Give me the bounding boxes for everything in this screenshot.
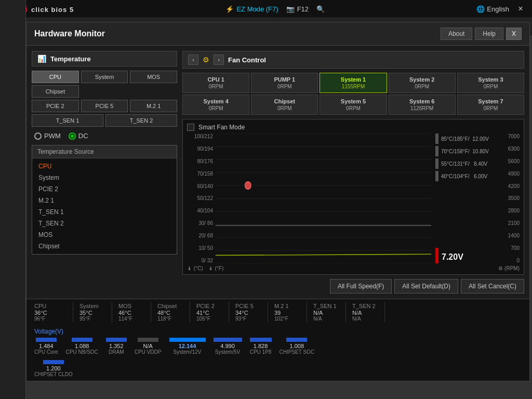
fan-chart: Smart Fan Mode 100/212 90/194 80/176 70/… <box>182 119 524 275</box>
temperature-source-box: Temperature Source CPU System PCIE 2 M.2… <box>32 145 177 255</box>
temperature-section-header: 📊 Temperature <box>32 51 177 66</box>
voltage-chipset-soc: 1.008 CHIPSET SOC <box>280 338 315 355</box>
help-button[interactable]: Help <box>475 28 503 40</box>
chart-temp-volt-3: 55°C/131°F/ 8.40V <box>435 158 499 169</box>
temp-source-item-pcie2[interactable]: PCIE 2 <box>32 183 177 195</box>
search-button[interactable]: 🔍 <box>316 5 325 13</box>
temperature-section-title: Temperature <box>50 55 91 63</box>
hw-monitor-content: 📊 Temperature CPU System MOS Chipset PCI… <box>26 46 529 299</box>
sensors-strip: CPU 36°C 96°F System 35°C 95°F MOS 46°C … <box>26 299 529 325</box>
temp-source-item-system[interactable]: System <box>32 172 177 183</box>
pwm-label: PWM <box>44 132 61 140</box>
voltage-cpu-vddp: N/A CPU VDDP <box>135 338 162 355</box>
voltage-cpu1p8: 1.828 CPU 1P8 <box>250 338 272 355</box>
pwm-radio-circle <box>34 132 42 140</box>
fan-btn-system6[interactable]: System 6 1126RPM <box>389 95 456 115</box>
fan-btn-system7[interactable]: System 7 0RPM <box>457 95 524 115</box>
sensor-chipset: Chipset 48°C 118°F <box>151 302 190 323</box>
chart-right-panel: 85°C/185°F/ 12.00V 70°C/158°F/ 10.80V 55… <box>431 134 499 263</box>
smart-fan-checkbox[interactable] <box>187 124 194 131</box>
fan-control-header: ‹ ⚙ › Fan Control <box>182 51 524 69</box>
temperature-buttons-row1: CPU System MOS Chipset <box>32 71 177 98</box>
sensor-tsen1: T_SEN 1 N/A N/A <box>307 302 346 323</box>
temp-source-item-tsen2[interactable]: T_SEN 2 <box>32 218 177 229</box>
sensor-cpu: CPU 36°C 96°F <box>34 302 73 323</box>
temperature-icon: 📊 <box>37 55 46 63</box>
about-button[interactable]: About <box>441 28 472 40</box>
temp-btn-tsen2[interactable]: T_SEN 2 <box>105 114 177 127</box>
right-panel: ‹ ⚙ › Fan Control CPU 1 0RPM PUMP 1 0RPM <box>182 51 524 294</box>
hw-close-button[interactable]: X <box>506 28 522 40</box>
fan-nav-prev[interactable]: ‹ <box>188 55 198 65</box>
chart-temp-volt-2: 70°C/158°F/ 10.80V <box>435 146 499 156</box>
pwm-radio[interactable]: PWM <box>34 132 61 140</box>
f12-button[interactable]: 📷 F12 <box>286 5 309 13</box>
voltage-cpu-nb-soc: 1.088 CPU NB/SOC <box>66 338 98 355</box>
chart-y-labels: 100/212 90/194 80/176 70/158 60/140 50/1… <box>187 134 216 263</box>
temp-f-icon: 🌡 (°F) <box>208 265 224 271</box>
temp-btn-chipset[interactable]: Chipset <box>32 85 79 98</box>
chart-x-bottom: 🌡 (°C) 🌡 (°F) ⚙ (RPM) <box>187 265 520 271</box>
temp-btn-pcie5[interactable]: PCIE 5 <box>81 100 128 112</box>
sensor-pcie2: PCIE 2 41°C 105°F <box>190 302 229 323</box>
voltage-strip: Voltage(V) 1.484 CPU Core 1.088 CPU NB/S… <box>26 325 529 381</box>
left-panel: 📊 Temperature CPU System MOS Chipset PCI… <box>32 51 177 294</box>
top-close-button[interactable]: × <box>514 3 527 15</box>
temp-c-icon: 🌡 (°C) <box>187 265 203 271</box>
voltage-cpu-core: 1.484 CPU Core <box>34 338 58 355</box>
temp-btn-pcie2[interactable]: PCIE 2 <box>32 100 79 112</box>
svg-point-11 <box>245 182 251 190</box>
temperature-buttons-row2: PCIE 2 PCIE 5 M.2 1 <box>32 100 177 112</box>
hw-monitor-header: Hardware Monitor About Help X <box>26 22 529 46</box>
ez-mode-button[interactable]: ⚡ EZ Mode (F7) <box>225 5 278 13</box>
top-bar: ▶ msi click bios 5 ⚡ EZ Mode (F7) 📷 F12 … <box>0 0 532 18</box>
hw-monitor-title: Hardware Monitor <box>34 29 105 38</box>
temp-source-item-m21[interactable]: M.2 1 <box>32 195 177 206</box>
all-set-default-button[interactable]: All Set Default(D) <box>394 279 458 294</box>
voltage-chipset-cldo: 1.200 CHIPSET CLDO <box>34 360 73 377</box>
fan-btn-system4[interactable]: System 4 0RPM <box>182 95 249 115</box>
sensor-system: System 35°C 95°F <box>73 302 112 323</box>
temp-btn-mos[interactable]: MOS <box>130 71 177 83</box>
dc-radio-circle <box>69 132 76 140</box>
all-set-cancel-button[interactable]: All Set Cancel(C) <box>461 279 524 294</box>
chart-svg-container[interactable] <box>216 134 431 263</box>
sensor-tsen2: T_SEN 2 N/A N/A <box>346 302 385 323</box>
voltage-system5v: 4.990 System/5V <box>214 338 242 355</box>
all-full-speed-button[interactable]: All Full Speed(F) <box>330 279 392 294</box>
fan-btn-system1[interactable]: System 1 1155RPM <box>320 73 387 93</box>
temp-btn-system[interactable]: System <box>81 71 128 83</box>
sensor-pcie5: PCIE 5 34°C 93°F <box>229 302 268 323</box>
fan-btn-chipset[interactable]: Chipset 0RPM <box>251 95 318 115</box>
sensor-m21: M.2 1 39 102°F <box>268 302 307 323</box>
temp-source-item-tsen1[interactable]: T_SEN 1 <box>32 206 177 218</box>
fan-btn-pump1[interactable]: PUMP 1 0RPM <box>251 73 318 93</box>
temp-btn-cpu[interactable]: CPU <box>32 71 79 83</box>
voltage-label: Voltage(V) <box>34 328 522 335</box>
voltage-dram: 1.352 DRAM <box>106 338 127 355</box>
fan-btn-system2[interactable]: System 2 0RPM <box>389 73 456 93</box>
fan-btn-cpu1[interactable]: CPU 1 0RPM <box>182 73 249 93</box>
fan-nav-next[interactable]: › <box>214 55 224 65</box>
sensor-mos: MOS 46°C 114°F <box>112 302 151 323</box>
temp-source-item-mos[interactable]: MOS <box>32 229 177 241</box>
temp-source-item-cpu[interactable]: CPU <box>32 161 177 172</box>
language-button[interactable]: 🌐 English <box>476 5 509 13</box>
fan-btn-system3[interactable]: System 3 0RPM <box>457 73 524 93</box>
temp-source-item-chipset[interactable]: Chipset <box>32 241 177 252</box>
temp-btn-tsen1[interactable]: T_SEN 1 <box>32 114 103 127</box>
temperature-source-list: CPU System PCIE 2 M.2 1 T_SEN 1 T_SEN 2 … <box>32 158 177 254</box>
voltage-display: 7.20V <box>442 252 463 262</box>
voltage-system12v: 12.144 System/12V <box>169 338 206 355</box>
chart-temp-volt-1: 85°C/185°F/ 12.00V <box>435 134 499 144</box>
dc-label: DC <box>78 132 88 140</box>
action-buttons: All Full Speed(F) All Set Default(D) All… <box>182 279 524 294</box>
hardware-monitor-dialog: Hardware Monitor About Help X 📊 Temperat… <box>26 22 530 381</box>
temperature-source-header: Temperature Source <box>32 145 177 158</box>
fan-btn-system5[interactable]: System 5 0RPM <box>320 95 387 115</box>
dc-radio[interactable]: DC <box>69 132 88 140</box>
rpm-icon: ⚙ (RPM) <box>498 265 520 271</box>
voltage-row: 1.484 CPU Core 1.088 CPU NB/SOC 1.352 DR… <box>34 338 522 357</box>
temp-btn-m21[interactable]: M.2 1 <box>130 100 177 112</box>
pwm-dc-selector: PWM DC <box>32 132 177 140</box>
